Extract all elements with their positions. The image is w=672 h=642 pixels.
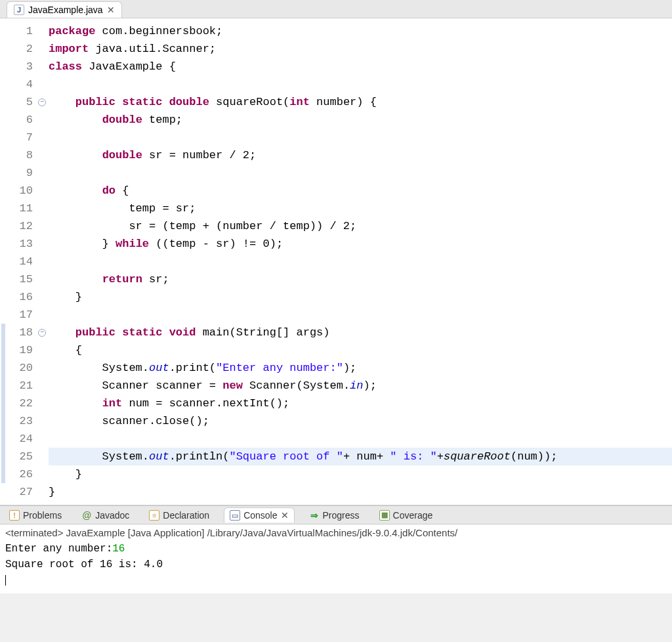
code-line[interactable]: do { bbox=[49, 182, 672, 200]
tab-label: Console bbox=[243, 510, 277, 521]
code-line[interactable]: } while ((temp - sr) != 0); bbox=[49, 235, 672, 253]
tab-declaration[interactable]: ≡ Declaration bbox=[144, 508, 215, 523]
code-line[interactable]: public static double squareRoot(int numb… bbox=[49, 93, 672, 111]
gutter-marker-row bbox=[0, 253, 9, 270]
line-number[interactable]: 7 bbox=[9, 129, 33, 146]
fold-cell[interactable]: − bbox=[35, 93, 49, 111]
code-line[interactable]: } bbox=[49, 483, 672, 501]
line-number[interactable]: 2 bbox=[9, 40, 33, 58]
console-line-2: Square root of 16 is: 4.0 bbox=[5, 557, 667, 572]
code-line[interactable]: { bbox=[49, 341, 672, 359]
fold-cell bbox=[35, 217, 49, 235]
fold-cell bbox=[35, 58, 49, 75]
change-marker bbox=[1, 412, 5, 430]
line-number[interactable]: 1 bbox=[9, 22, 33, 40]
code-line[interactable]: package com.beginnersbook; bbox=[49, 22, 672, 40]
tab-coverage[interactable]: ▦ Coverage bbox=[374, 508, 438, 523]
console-cursor-line bbox=[5, 572, 667, 588]
line-number[interactable]: 10 bbox=[9, 182, 33, 200]
line-number[interactable]: 19 bbox=[9, 341, 33, 359]
line-number[interactable]: 3 bbox=[9, 58, 33, 75]
line-number[interactable]: 12 bbox=[9, 217, 33, 235]
code-line[interactable]: double sr = number / 2; bbox=[49, 146, 672, 164]
console-icon: ▭ bbox=[230, 510, 240, 521]
gutter-marker-row bbox=[0, 306, 9, 324]
code-line[interactable]: System.out.print("Enter any number:"); bbox=[49, 359, 672, 377]
line-number[interactable]: 17 bbox=[9, 306, 33, 324]
line-number[interactable]: 13 bbox=[9, 235, 33, 253]
line-number[interactable]: 23 bbox=[9, 412, 33, 430]
gutter-marker-row bbox=[0, 324, 9, 341]
gutter-marker-row bbox=[0, 182, 9, 200]
fold-cell bbox=[35, 270, 49, 288]
code-line[interactable]: class JavaExample { bbox=[49, 58, 672, 75]
code-line[interactable]: } bbox=[49, 465, 672, 483]
line-number[interactable]: 4 bbox=[9, 75, 33, 93]
tab-progress[interactable]: ⇒ Progress bbox=[304, 508, 365, 523]
gutter-marker-row bbox=[0, 22, 9, 40]
code-line[interactable]: double temp; bbox=[49, 111, 672, 129]
fold-toggle-icon[interactable]: − bbox=[38, 329, 46, 337]
gutter-marker-row bbox=[0, 200, 9, 217]
code-line[interactable] bbox=[49, 430, 672, 448]
line-number[interactable]: 8 bbox=[9, 146, 33, 164]
code-line[interactable]: Scanner scanner = new Scanner(System.in)… bbox=[49, 377, 672, 395]
close-icon[interactable]: ✕ bbox=[281, 510, 289, 521]
line-number[interactable]: 20 bbox=[9, 359, 33, 377]
gutter-markers bbox=[0, 22, 9, 501]
fold-toggle-icon[interactable]: − bbox=[38, 98, 46, 106]
code-line[interactable]: scanner.close(); bbox=[49, 412, 672, 430]
change-marker bbox=[1, 359, 5, 377]
line-number[interactable]: 16 bbox=[9, 288, 33, 306]
line-number[interactable]: 22 bbox=[9, 395, 33, 412]
gutter-marker-row bbox=[0, 235, 9, 253]
code-line[interactable] bbox=[49, 75, 672, 93]
line-number[interactable]: 27 bbox=[9, 483, 33, 501]
change-marker bbox=[1, 324, 5, 341]
code-line[interactable]: System.out.println("Square root of "+ nu… bbox=[49, 448, 672, 465]
code-line[interactable]: return sr; bbox=[49, 270, 672, 288]
code-line[interactable] bbox=[49, 164, 672, 182]
code-line[interactable]: temp = sr; bbox=[49, 200, 672, 217]
code-line[interactable] bbox=[49, 253, 672, 270]
gutter-marker-row bbox=[0, 58, 9, 75]
line-number[interactable]: 25 bbox=[9, 448, 33, 465]
line-number[interactable]: 21 bbox=[9, 377, 33, 395]
console-area[interactable]: <terminated> JavaExample [Java Applicati… bbox=[0, 524, 672, 593]
gutter-marker-row bbox=[0, 75, 9, 93]
line-number[interactable]: 9 bbox=[9, 164, 33, 182]
fold-cell bbox=[35, 483, 49, 501]
tab-label: Coverage bbox=[393, 510, 433, 521]
code-line[interactable]: } bbox=[49, 288, 672, 306]
fold-cell bbox=[35, 253, 49, 270]
coverage-icon: ▦ bbox=[379, 510, 390, 521]
code-line[interactable]: import java.util.Scanner; bbox=[49, 40, 672, 58]
code-line[interactable]: sr = (temp + (number / temp)) / 2; bbox=[49, 217, 672, 235]
line-number[interactable]: 5 bbox=[9, 93, 33, 111]
tab-javadoc[interactable]: @ Javadoc bbox=[76, 508, 135, 523]
gutter-marker-row bbox=[0, 483, 9, 501]
editor-tab-active[interactable]: J JavaExample.java ✕ bbox=[7, 1, 122, 18]
code-line[interactable] bbox=[49, 129, 672, 146]
gutter-marker-row bbox=[0, 359, 9, 377]
line-number[interactable]: 15 bbox=[9, 270, 33, 288]
change-marker bbox=[1, 465, 5, 483]
line-number[interactable]: 11 bbox=[9, 200, 33, 217]
fold-cell bbox=[35, 111, 49, 129]
code-line[interactable]: public static void main(String[] args) bbox=[49, 324, 672, 341]
line-number[interactable]: 14 bbox=[9, 253, 33, 270]
tab-console[interactable]: ▭ Console ✕ bbox=[224, 507, 294, 523]
line-number[interactable]: 6 bbox=[9, 111, 33, 129]
code-line[interactable]: int num = scanner.nextInt(); bbox=[49, 395, 672, 412]
code-body[interactable]: 1234567891011121314151617181920212223242… bbox=[0, 18, 672, 505]
code-line[interactable] bbox=[49, 306, 672, 324]
line-number[interactable]: 26 bbox=[9, 465, 33, 483]
close-icon[interactable]: ✕ bbox=[107, 5, 115, 15]
tab-problems[interactable]: ! Problems bbox=[4, 508, 67, 523]
code-lines[interactable]: package com.beginnersbook;import java.ut… bbox=[49, 22, 672, 501]
line-number[interactable]: 24 bbox=[9, 430, 33, 448]
fold-cell bbox=[35, 146, 49, 164]
line-number[interactable]: 18 bbox=[9, 324, 33, 341]
fold-cell[interactable]: − bbox=[35, 324, 49, 341]
change-marker bbox=[1, 430, 5, 448]
